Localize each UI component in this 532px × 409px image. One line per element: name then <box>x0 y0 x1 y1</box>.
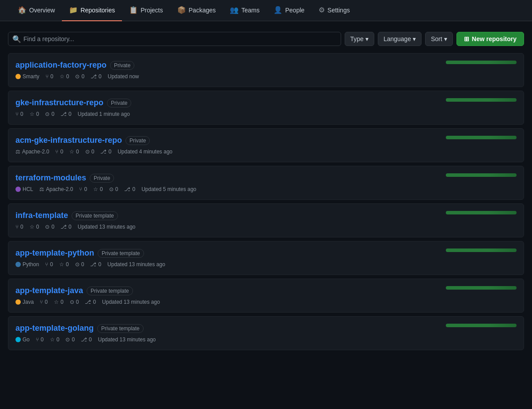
star-icon: ☆ <box>50 336 55 343</box>
repo-name-link[interactable]: app-template-golang <box>15 324 94 333</box>
nav-repositories[interactable]: 📁 Repositories <box>62 0 122 21</box>
repo-name-link[interactable]: gke-infrastructure-repo <box>15 98 103 107</box>
issue-icon: ⊙ <box>75 73 80 80</box>
repo-meta: HCL ⚖ Apache-2.0 ⑂ 0 ☆ 0 ⊙ 0 ⎇ <box>15 186 437 192</box>
nav-packages[interactable]: 📦 Packages <box>170 0 223 21</box>
scale-icon: ⚖ <box>15 149 20 155</box>
repo-stars: ☆ 0 <box>54 299 64 305</box>
pr-icon: ⎇ <box>100 149 106 155</box>
language-dropdown[interactable]: Language ▾ <box>378 32 422 46</box>
repo-item: app-template-python Private template Pyt… <box>8 241 524 275</box>
scale-icon: ⚖ <box>39 186 44 192</box>
new-repository-button[interactable]: ⊞ New repository <box>456 32 524 46</box>
settings-icon: ⚙ <box>319 6 325 14</box>
projects-icon: 📋 <box>129 6 138 14</box>
pr-icon: ⎇ <box>61 111 67 117</box>
issue-icon: ⊙ <box>65 336 70 343</box>
repo-stars: ☆ 0 <box>93 186 103 192</box>
repo-language: HCL <box>15 186 33 192</box>
type-dropdown[interactable]: Type ▾ <box>345 32 374 46</box>
nav-overview[interactable]: 🏠 Overview <box>11 0 62 21</box>
star-icon: ☆ <box>30 224 34 230</box>
packages-icon: 📦 <box>177 6 186 14</box>
repo-issues: ⊙ 0 <box>65 336 75 343</box>
repo-license: ⚖ Apache-2.0 <box>39 186 73 192</box>
fork-icon: ⑂ <box>15 111 19 117</box>
nav-projects[interactable]: 📋 Projects <box>122 0 170 21</box>
repo-license: ⚖ Apache-2.0 <box>15 149 49 155</box>
repo-issues: ⊙ 0 <box>45 224 54 230</box>
fork-icon: ⑂ <box>40 299 43 305</box>
lang-dot <box>15 299 21 305</box>
repo-updated: Updated 13 minutes ago <box>78 224 136 230</box>
repo-forks: ⑂ 0 <box>36 336 44 343</box>
repo-issues: ⊙ 0 <box>45 111 54 117</box>
star-icon: ☆ <box>59 261 64 268</box>
repo-left: gke-infrastructure-repo Private ⑂ 0 ☆ 0 … <box>15 98 437 117</box>
repo-forks: ⑂ 0 <box>46 73 53 80</box>
repo-updated: Updated 13 minutes ago <box>98 336 156 343</box>
search-input[interactable] <box>8 32 341 46</box>
repo-stars: ☆ 0 <box>50 336 60 343</box>
repo-meta: ⚖ Apache-2.0 ⑂ 0 ☆ 0 ⊙ 0 ⎇ 0 <box>15 149 437 155</box>
repo-meta: Java ⑂ 0 ☆ 0 ⊙ 0 ⎇ 0 <box>15 299 437 305</box>
repo-stars: ☆ 0 <box>30 224 39 230</box>
repo-updated: Updated 4 minutes ago <box>118 149 172 155</box>
repo-forks: ⑂ 0 <box>40 299 48 305</box>
repo-name-link[interactable]: acm-gke-infrastructure-repo <box>15 136 122 145</box>
repo-left: infra-template Private template ⑂ 0 ☆ 0 … <box>15 211 437 230</box>
repo-language: Python <box>15 261 39 268</box>
repo-badge: Private <box>110 61 134 70</box>
sort-dropdown[interactable]: Sort ▾ <box>425 32 453 46</box>
repo-prs: ⎇ 0 <box>61 224 72 230</box>
repo-name-row: app-template-java Private template <box>15 286 437 295</box>
repo-name-link[interactable]: terraform-modules <box>15 173 86 183</box>
issue-icon: ⊙ <box>70 299 74 305</box>
lang-dot <box>15 74 21 79</box>
nav-settings[interactable]: ⚙ Settings <box>312 0 357 21</box>
repo-right <box>437 136 517 139</box>
repo-activity-bar <box>446 173 517 177</box>
repo-left: acm-gke-infrastructure-repo Private ⚖ Ap… <box>15 136 437 155</box>
repo-name-link[interactable]: application-factory-repo <box>15 61 106 70</box>
lang-dot <box>15 187 21 192</box>
fork-icon: ⑂ <box>55 149 58 155</box>
repo-item: acm-gke-infrastructure-repo Private ⚖ Ap… <box>8 128 524 162</box>
repo-item: application-factory-repo Private Smarty … <box>8 53 524 87</box>
repo-right <box>437 286 517 290</box>
pr-icon: ⎇ <box>81 336 87 343</box>
repo-forks: ⑂ 0 <box>45 261 53 268</box>
repo-issues: ⊙ 0 <box>75 261 84 268</box>
repo-updated: Updated 1 minute ago <box>78 111 130 117</box>
repo-language: Smarty <box>15 73 39 80</box>
repo-item: app-template-golang Private template Go … <box>8 316 524 350</box>
lang-dot <box>15 337 21 342</box>
repo-stars: ☆ 0 <box>30 111 39 117</box>
repo-right <box>437 173 517 177</box>
repo-prs: ⎇ 0 <box>100 149 111 155</box>
new-repo-icon: ⊞ <box>464 35 469 42</box>
repo-name-row: acm-gke-infrastructure-repo Private <box>15 136 437 145</box>
repo-name-row: gke-infrastructure-repo Private <box>15 98 437 107</box>
repo-name-row: app-template-golang Private template <box>15 324 437 333</box>
fork-icon: ⑂ <box>46 73 49 80</box>
repo-left: terraform-modules Private HCL ⚖ Apache-2… <box>15 173 437 192</box>
issue-icon: ⊙ <box>45 224 49 230</box>
search-icon: 🔍 <box>12 35 21 43</box>
lang-dot <box>15 262 21 267</box>
repo-name-link[interactable]: infra-template <box>15 211 68 220</box>
chevron-down-icon: ▾ <box>365 35 369 42</box>
repo-name-link[interactable]: app-template-java <box>15 286 83 295</box>
repo-left: app-template-java Private template Java … <box>15 286 437 305</box>
repo-forks: ⑂ 0 <box>15 224 23 230</box>
repo-item: app-template-java Private template Java … <box>8 279 524 313</box>
pr-icon: ⎇ <box>61 224 67 230</box>
nav-teams[interactable]: 👥 Teams <box>223 0 266 21</box>
repo-forks: ⑂ 0 <box>55 149 63 155</box>
home-icon: 🏠 <box>18 6 27 14</box>
repo-activity-bar <box>446 136 517 139</box>
nav-people[interactable]: 👤 People <box>266 0 312 21</box>
repo-name-link[interactable]: app-template-python <box>15 248 94 258</box>
repo-updated: Updated 13 minutes ago <box>102 299 160 305</box>
star-icon: ☆ <box>69 149 74 155</box>
